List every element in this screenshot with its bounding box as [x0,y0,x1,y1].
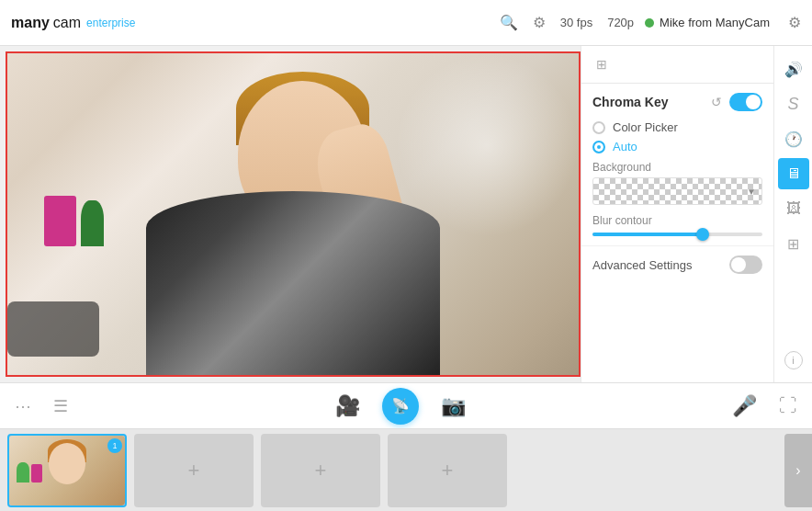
topbar: manycam enterprise 🔍 ⚙ 30 fps 720p Mike … [0,0,812,46]
logo-enterprise: enterprise [86,17,135,29]
res-label: 720p [607,16,634,29]
user-info: Mike from ManyCam [634,16,781,29]
thumb-plant [17,462,29,483]
settings-icon[interactable]: ⚙ [533,14,546,31]
topbar-icons: 🔍 ⚙ 30 fps 720p [500,14,634,31]
advanced-settings-section: Advanced Settings [581,246,773,283]
auto-row: Auto [592,140,762,153]
screenshot-icon[interactable]: 📷 [441,394,466,418]
strip-next-arrow[interactable]: › [784,434,812,507]
video-preview [7,53,579,375]
main-content: ⊞ Chroma Key ↺ Color Picker Auto [0,46,812,382]
sidebar-clock-icon[interactable]: 🕐 [778,123,809,154]
reset-icon[interactable]: ↺ [711,95,722,109]
bottom-toolbar: ⋯ ☰ 🎥 📡 📷 🎤 ⛶ [0,382,812,428]
color-picker-label: Color Picker [613,120,678,134]
strip-add-1[interactable]: + [134,434,254,507]
fullscreen-icon[interactable]: ⛶ [779,395,797,416]
mock-plant [81,200,104,246]
mock-pink-box [44,196,76,246]
auto-radio[interactable] [592,141,605,153]
auto-label: Auto [613,140,637,153]
mock-keyboard [7,301,99,357]
camera-icon[interactable]: 🎥 [335,394,360,418]
topbar-gear-icon[interactable]: ⚙ [788,14,801,31]
info-icon[interactable]: i [784,351,803,369]
background-section: Background ▼ [592,161,762,205]
user-name: Mike from ManyCam [660,16,770,29]
thumb-pink [31,464,42,483]
thumb-face [49,443,85,484]
logo-cam: cam [53,15,81,31]
strip-item-0[interactable]: 1 [7,434,127,507]
strip-add-2[interactable]: + [261,434,380,507]
advanced-settings-label: Advanced Settings [592,258,692,272]
add-icon-2: + [315,459,327,483]
add-icon-1: + [188,459,200,483]
list-icon[interactable]: ☰ [53,396,68,416]
user-status-dot [645,18,654,28]
sidebar-grid-icon[interactable]: ⊞ [778,228,809,259]
sidebar-screen-icon[interactable]: 🖥 [778,158,809,189]
chevron-right-icon: › [795,462,800,479]
chroma-key-header: Chroma Key ↺ [592,93,762,111]
sidebar-text-icon[interactable]: S [778,88,809,119]
strip-badge: 1 [107,438,122,453]
dropdown-arrow-icon: ▼ [747,187,756,197]
mock-body [146,191,440,375]
logo: manycam enterprise [11,15,135,31]
right-panel: ⊞ Chroma Key ↺ Color Picker Auto [581,46,773,382]
fps-label: 30 fps [560,16,592,29]
video-area [6,51,581,377]
blur-section: Blur contour [592,214,762,236]
blur-slider-track[interactable] [592,233,762,236]
chroma-key-toggle[interactable] [729,93,762,111]
background-dropdown[interactable]: ▼ [592,177,762,205]
bottom-strip: 1 + + + › [0,428,812,511]
dots-icon[interactable]: ⋯ [15,396,31,416]
sidebar-image-icon[interactable]: 🖼 [778,193,809,224]
toolbar-center: 🎥 📡 📷 [90,388,710,425]
advanced-settings-toggle[interactable] [729,255,762,274]
panel-tab-grid[interactable]: ⊞ [589,51,615,77]
add-icon-3: + [442,459,454,483]
background-label: Background [592,161,762,174]
blur-label: Blur contour [592,214,762,227]
mic-icon[interactable]: 🎤 [732,394,757,418]
right-sidebar: 🔊 S 🕐 🖥 🖼 ⊞ i [773,46,812,382]
logo-many: many [11,15,50,31]
blur-slider-thumb[interactable] [696,228,709,241]
color-picker-row: Color Picker [592,120,762,134]
blur-slider-fill [592,233,703,236]
broadcast-button[interactable]: 📡 [382,388,419,425]
chroma-key-title: Chroma Key [592,95,668,109]
sidebar-volume-icon[interactable]: 🔊 [778,53,809,85]
strip-add-3[interactable]: + [388,434,507,507]
panel-tabs: ⊞ [581,46,773,84]
chroma-key-section: Chroma Key ↺ Color Picker Auto Backgroun… [581,84,773,246]
zoom-icon[interactable]: 🔍 [500,14,518,31]
chroma-key-controls: ↺ [711,93,762,111]
color-picker-radio[interactable] [592,121,605,134]
